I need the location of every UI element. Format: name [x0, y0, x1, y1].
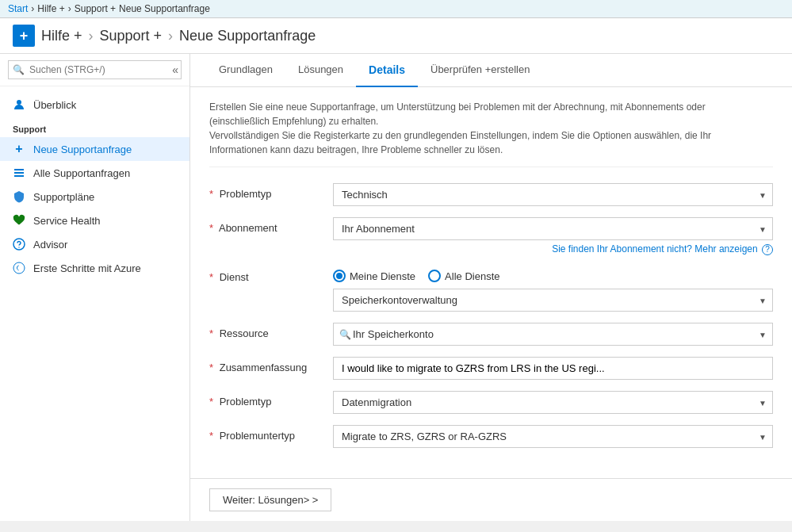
control-abonnement: Ihr Abonnement ▼ Sie finden Ihr Abonneme… [333, 217, 773, 255]
radio-meine-dienste[interactable]: Meine Dienste [333, 270, 415, 282]
sidebar-item-neue-supportanfrage[interactable]: + Neue Supportanfrage [0, 137, 189, 161]
help-icon[interactable]: ? [762, 244, 773, 255]
search-icon-ressource: 🔍 [339, 329, 351, 340]
form-row-zusammenfassung: * Zusammenfassung [209, 357, 773, 380]
tab-losungen[interactable]: Lösungen [285, 54, 356, 87]
tabs-bar: Grundlagen Lösungen Details Überprüfen +… [190, 54, 792, 87]
svg-point-6 [13, 262, 25, 274]
sidebar-item-alle-supportanfragen[interactable]: Alle Supportanfragen [0, 161, 189, 185]
select-wrapper-problemtyp: Technisch Abrechnung Abonnement Kontinge… [333, 183, 773, 206]
sidebar-item-service-health[interactable]: Service Health [0, 209, 189, 232]
breadcrumb: Start › Hilfe + › Support + Neue Support… [0, 0, 792, 18]
form-row-ressource: * Ressource 🔍 Ihr Speicherkonto ▼ [209, 323, 773, 346]
intro-text: Erstellen Sie eine neue Supportanfrage, … [209, 100, 773, 167]
breadcrumb-start[interactable]: Start [8, 3, 28, 14]
select-ressource[interactable]: Ihr Speicherkonto [333, 323, 773, 346]
sidebar: 🔍 « Überblick Support + Neue Supportanfr… [0, 54, 190, 521]
sidebar-item-advisor[interactable]: Advisor [0, 232, 189, 256]
user-icon [13, 98, 25, 111]
heart-icon [13, 214, 25, 227]
select-wrapper-dienst: Speicherkontoverwaltung Virtual Machines… [333, 289, 773, 312]
form-row-dienst: * Dienst Meine Dienste Alle Dienste [209, 266, 773, 312]
sidebar-label-advisor: Advisor [33, 239, 67, 251]
radio-circle-alle [428, 270, 441, 282]
select-abonnement[interactable]: Ihr Abonnement [333, 217, 773, 240]
sidebar-item-uberblick[interactable]: Überblick [0, 93, 189, 117]
input-zusammenfassung[interactable] [333, 357, 773, 380]
form-row-problemtyp2: * Problemtyp Datenmigration Leistung Kon… [209, 391, 773, 414]
list-icon [13, 166, 25, 179]
abonnement-subnote: Sie finden Ihr Abonnement nicht? Mehr an… [333, 243, 773, 255]
svg-point-0 [17, 100, 21, 105]
select-problemtyp2[interactable]: Datenmigration Leistung Konnektivität [333, 391, 773, 414]
select-wrapper-problemuntertyp: Migrate to ZRS, GZRS or RA-GZRS Data cor… [333, 425, 773, 448]
sidebar-search-container: 🔍 « [0, 54, 189, 86]
control-problemtyp: Technisch Abrechnung Abonnement Kontinge… [333, 183, 773, 206]
label-dienst: * Dienst [209, 266, 320, 283]
tab-grundlagen[interactable]: Grundlagen [206, 54, 285, 87]
svg-point-4 [13, 239, 25, 250]
label-problemuntertyp: * Problemuntertyp [209, 425, 320, 442]
control-problemtyp2: Datenmigration Leistung Konnektivität ▼ [333, 391, 773, 414]
radio-alle-dienste[interactable]: Alle Dienste [428, 270, 499, 282]
svg-rect-1 [14, 169, 24, 170]
svg-rect-2 [14, 172, 24, 174]
radio-group-dienst: Meine Dienste Alle Dienste [333, 266, 773, 282]
form-footer: Weiter: Lösungen> > [190, 478, 792, 521]
sidebar-label-erste-schritte: Erste Schritte mit Azure [33, 262, 141, 274]
form-content: Erstellen Sie eine neue Supportanfrage, … [190, 87, 792, 478]
label-problemtyp: * Problemtyp [209, 183, 320, 200]
sidebar-nav: Überblick Support + Neue Supportanfrage … [0, 86, 189, 286]
breadcrumb-support: Support + [75, 3, 116, 14]
sidebar-label-service-health: Service Health [33, 215, 101, 227]
tab-uberprufen[interactable]: Überprüfen +erstellen [418, 54, 542, 87]
tab-details[interactable]: Details [356, 54, 418, 87]
control-dienst: Meine Dienste Alle Dienste Speicherkonto… [333, 266, 773, 312]
shield-icon [13, 190, 25, 203]
plus-icon: + [13, 143, 25, 155]
form-row-abonnement: * Abonnement Ihr Abonnement ▼ Sie finden… [209, 217, 773, 255]
breadcrumb-neue: Neue Supportanfrage [119, 3, 210, 14]
search-icon: 🔍 [13, 64, 25, 75]
content-area: Grundlagen Lösungen Details Überprüfen +… [190, 54, 792, 521]
radio-circle-meine [333, 270, 346, 282]
select-wrapper-ressource: 🔍 Ihr Speicherkonto ▼ [333, 323, 773, 346]
select-problemtyp[interactable]: Technisch Abrechnung Abonnement Kontinge… [333, 183, 773, 206]
start-icon [13, 262, 25, 274]
header-icon: + [13, 25, 35, 47]
sidebar-item-erste-schritte[interactable]: Erste Schritte mit Azure [0, 256, 189, 280]
sidebar-item-supportplane[interactable]: Supportpläne [0, 185, 189, 209]
label-zusammenfassung: * Zusammenfassung [209, 357, 320, 373]
svg-rect-3 [14, 175, 24, 177]
header-support: Support + [100, 28, 163, 44]
sidebar-label-supportplane: Supportpläne [33, 191, 94, 203]
advisor-icon [13, 238, 25, 251]
dienst-select-wrapper-outer: Speicherkontoverwaltung Virtual Machines… [333, 289, 773, 312]
form-row-problemtyp: * Problemtyp Technisch Abrechnung Abonne… [209, 183, 773, 206]
label-ressource: * Ressource [209, 323, 320, 339]
control-ressource: 🔍 Ihr Speicherkonto ▼ [333, 323, 773, 346]
next-button[interactable]: Weiter: Lösungen> > [209, 488, 331, 511]
page-header: + Hilfe + › Support + › Neue Supportanfr… [0, 18, 792, 54]
header-hilfe: Hilfe + [41, 28, 82, 44]
header-neue: Neue Supportanfrage [179, 28, 316, 44]
control-zusammenfassung [333, 357, 773, 380]
sidebar-label-uberblick: Überblick [33, 99, 76, 111]
sidebar-section-support: Support [0, 117, 189, 137]
sidebar-label-alle: Alle Supportanfragen [33, 167, 130, 179]
form-row-problemuntertyp: * Problemuntertyp Migrate to ZRS, GZRS o… [209, 425, 773, 448]
collapse-icon[interactable]: « [172, 63, 178, 76]
select-dienst[interactable]: Speicherkontoverwaltung Virtual Machines… [333, 289, 773, 312]
select-wrapper-abonnement: Ihr Abonnement ▼ [333, 217, 773, 240]
breadcrumb-hilfe: Hilfe + [37, 3, 64, 14]
sidebar-label-neue: Neue Supportanfrage [33, 144, 132, 155]
label-abonnement: * Abonnement [209, 217, 320, 234]
select-wrapper-problemtyp2: Datenmigration Leistung Konnektivität ▼ [333, 391, 773, 414]
search-input[interactable] [8, 60, 182, 79]
control-problemuntertyp: Migrate to ZRS, GZRS or RA-GZRS Data cor… [333, 425, 773, 448]
select-problemuntertyp[interactable]: Migrate to ZRS, GZRS or RA-GZRS Data cor… [333, 425, 773, 448]
svg-point-5 [18, 247, 19, 247]
label-problemtyp2: * Problemtyp [209, 391, 320, 408]
